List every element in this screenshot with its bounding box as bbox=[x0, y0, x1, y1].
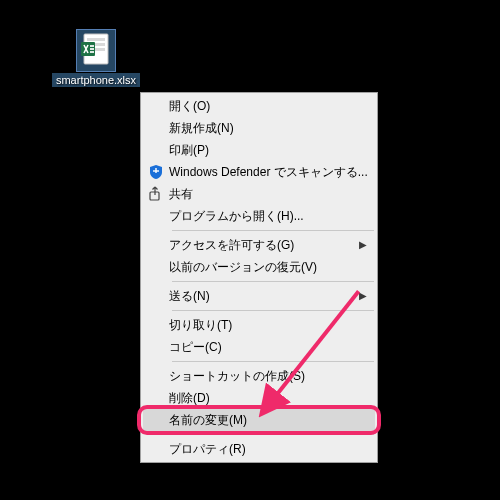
defender-icon bbox=[143, 164, 169, 180]
svg-rect-5 bbox=[90, 45, 94, 47]
menu-item[interactable]: 以前のバージョンの復元(V) bbox=[143, 256, 375, 278]
menu-item[interactable]: ショートカットの作成(S) bbox=[143, 365, 375, 387]
menu-item[interactable]: 開く(O) bbox=[143, 95, 375, 117]
desktop-file-label: smartphone.xlsx bbox=[52, 73, 140, 87]
menu-item-label: 以前のバージョンの復元(V) bbox=[169, 256, 355, 278]
menu-item-label: 削除(D) bbox=[169, 387, 355, 409]
menu-item[interactable]: 共有 bbox=[143, 183, 375, 205]
menu-item[interactable]: 削除(D) bbox=[143, 387, 375, 409]
menu-item-label: アクセスを許可する(G) bbox=[169, 234, 355, 256]
svg-rect-6 bbox=[90, 48, 94, 50]
menu-item-label: 開く(O) bbox=[169, 95, 355, 117]
menu-item-label: 新規作成(N) bbox=[169, 117, 355, 139]
context-menu: 開く(O)新規作成(N)印刷(P)Windows Defender でスキャンす… bbox=[140, 92, 378, 463]
desktop: smartphone.xlsx 開く(O)新規作成(N)印刷(P)Windows… bbox=[0, 0, 500, 500]
excel-file-icon bbox=[77, 30, 115, 71]
svg-rect-1 bbox=[87, 38, 105, 41]
menu-separator bbox=[172, 361, 374, 362]
submenu-arrow-icon: ▶ bbox=[355, 285, 367, 307]
menu-item[interactable]: プロパティ(R) bbox=[143, 438, 375, 460]
menu-item[interactable]: プログラムから開く(H)... bbox=[143, 205, 375, 227]
menu-item-label: 共有 bbox=[169, 183, 355, 205]
menu-item-label: プロパティ(R) bbox=[169, 438, 355, 460]
menu-item[interactable]: 名前の変更(M) bbox=[143, 409, 375, 431]
menu-item[interactable]: 送る(N)▶ bbox=[143, 285, 375, 307]
menu-item-label: プログラムから開く(H)... bbox=[169, 205, 355, 227]
menu-item[interactable]: 新規作成(N) bbox=[143, 117, 375, 139]
menu-item[interactable]: 印刷(P) bbox=[143, 139, 375, 161]
menu-separator bbox=[172, 281, 374, 282]
submenu-arrow-icon: ▶ bbox=[355, 234, 367, 256]
menu-item-label: 切り取り(T) bbox=[169, 314, 355, 336]
menu-separator bbox=[172, 230, 374, 231]
menu-item-label: Windows Defender でスキャンする... bbox=[169, 161, 368, 183]
svg-rect-9 bbox=[153, 170, 159, 171]
menu-item[interactable]: アクセスを許可する(G)▶ bbox=[143, 234, 375, 256]
menu-item-label: コピー(C) bbox=[169, 336, 355, 358]
desktop-file-icon[interactable]: smartphone.xlsx bbox=[52, 30, 140, 87]
menu-item[interactable]: Windows Defender でスキャンする... bbox=[143, 161, 375, 183]
menu-item[interactable]: 切り取り(T) bbox=[143, 314, 375, 336]
menu-item-label: 名前の変更(M) bbox=[169, 409, 355, 431]
menu-item[interactable]: コピー(C) bbox=[143, 336, 375, 358]
menu-separator bbox=[172, 310, 374, 311]
svg-rect-7 bbox=[90, 51, 94, 53]
menu-item-label: 送る(N) bbox=[169, 285, 355, 307]
menu-separator bbox=[172, 434, 374, 435]
share-icon bbox=[143, 186, 169, 202]
menu-item-label: 印刷(P) bbox=[169, 139, 355, 161]
menu-item-label: ショートカットの作成(S) bbox=[169, 365, 355, 387]
